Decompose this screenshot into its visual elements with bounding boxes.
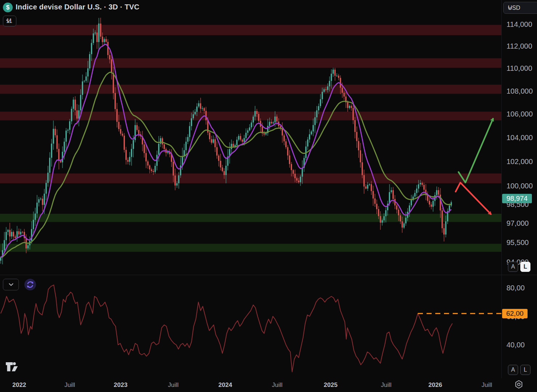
time-axis-tick[interactable]: 2022 [12,381,26,389]
current-price-label: 98,974 [502,194,532,203]
candlesticks [0,18,452,264]
pane-separator[interactable] [0,275,537,275]
price-axis-tick: 102,000 [506,158,533,166]
chevron-down-icon [6,20,11,23]
indicator-scale[interactable]: 40,0060,0080,00 62,00 A L [501,275,537,378]
price-axis-tick: 97,000 [506,219,529,228]
rsi-line[interactable] [1,285,452,372]
tradingview-logo[interactable] [5,360,21,373]
log-scale-button[interactable]: L [520,262,530,272]
price-axis-tick: 106,000 [506,110,533,118]
rsi-pane-canvas[interactable] [0,275,501,378]
timezone-settings-icon[interactable] [514,379,524,389]
time-axis-tick[interactable]: Juill [481,381,492,389]
price-axis-tick: 110,000 [506,64,532,73]
price-scale[interactable]: 94,00095,50097,00098,500100,000102,00010… [501,0,537,275]
price-axis-tick: 108,000 [506,87,533,95]
indicator-collapse-button[interactable] [3,279,19,290]
resistance-zone[interactable] [0,173,501,183]
resistance-zone[interactable] [0,25,501,35]
rsi-axis-tick: 40,00 [506,341,525,349]
currency-selector[interactable]: USD [503,2,537,14]
chevron-down-icon [9,283,13,286]
tradingview-chart-window: $ Indice devise Dollar U.S. · 3D · TVC 1… [0,0,537,392]
log-scale-button[interactable]: L [520,365,530,375]
price-axis-tick: 100,000 [506,182,533,190]
time-axis-tick[interactable]: Juill [381,381,391,389]
time-axis[interactable]: 2022Juill2023Juill2024Juill2025Juill2026… [0,378,537,392]
price-axis-tick: 114,000 [506,20,532,29]
rsi-axis-tick: 80,00 [506,284,525,292]
time-axis-tick[interactable]: 2023 [114,381,128,389]
auto-scale-button[interactable]: A [508,262,518,272]
fast-ema-line[interactable] [1,44,451,257]
time-axis-tick[interactable]: Juill [272,381,282,389]
chevron-down-icon [508,7,512,9]
resistance-zone[interactable] [0,58,501,68]
price-axis-tick: 95,500 [506,238,529,247]
symbol-title[interactable]: Indice devise Dollar U.S. · 3D · TVC [16,3,140,11]
rsi-level-label: 62,00 [502,309,528,318]
price-pane-canvas[interactable] [0,0,501,275]
support-zone[interactable] [0,214,501,222]
time-axis-tick[interactable]: Juill [64,381,75,389]
bearish-scenario-arrow[interactable] [456,183,491,214]
time-axis-tick[interactable]: 2024 [218,381,232,389]
support-zone[interactable] [0,244,501,252]
price-axis-tick: 104,000 [506,134,533,142]
time-axis-tick[interactable]: Juill [168,381,178,389]
time-axis-tick[interactable]: 2025 [324,381,338,389]
bullish-scenario-arrow[interactable] [459,119,493,183]
refresh-icon[interactable] [24,278,36,291]
legend-collapse-button[interactable]: 11 [3,16,16,26]
dollar-icon: $ [3,3,13,12]
price-axis-tick: 112,000 [506,42,532,50]
resistance-zone[interactable] [0,85,501,94]
time-axis-tick[interactable]: 2026 [428,381,442,389]
auto-scale-button[interactable]: A [508,365,518,375]
